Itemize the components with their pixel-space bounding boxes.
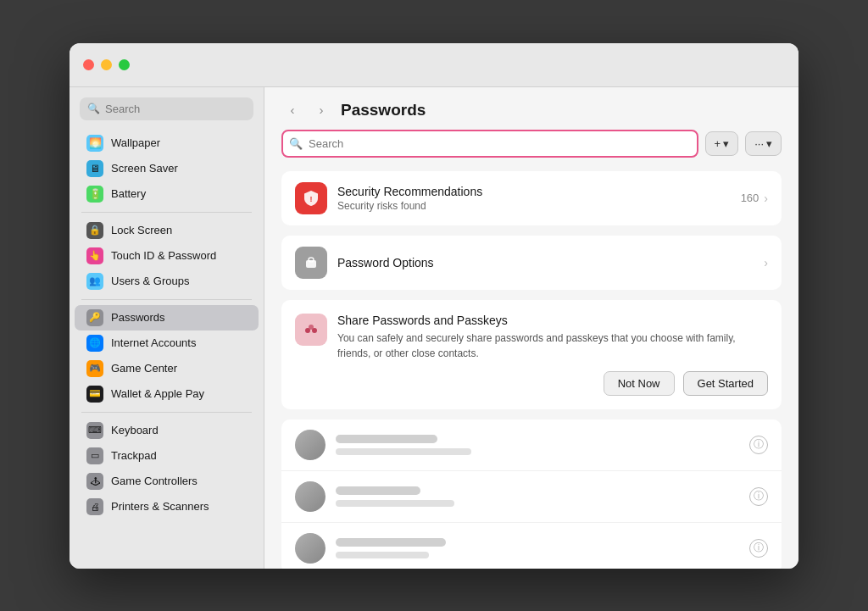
more-button[interactable]: ··· ▾ (745, 131, 782, 156)
minimize-button[interactable] (101, 59, 112, 70)
main-content: ‹ › Passwords 🔍 + ▾ ··· (264, 87, 798, 569)
main-header: ‹ › Passwords (264, 87, 798, 130)
traffic-lights (83, 59, 130, 70)
sidebar-item-internet-accounts[interactable]: 🌐 Internet Accounts (75, 330, 259, 356)
password-text-3 (336, 538, 749, 558)
lock-screen-icon: 🔒 (86, 222, 103, 239)
sidebar-item-passwords-label: Passwords (111, 311, 165, 324)
users-groups-icon: 👥 (86, 273, 103, 290)
content-area: 🔍 🌅 Wallpaper 🖥 Screen Saver 🔋 Battery (70, 87, 798, 569)
sidebar-item-wallet-label: Wallet & Apple Pay (111, 387, 204, 400)
divider-2 (81, 299, 252, 300)
sidebar-item-trackpad[interactable]: ▭ Trackpad (75, 443, 259, 469)
main-body: 🔍 + ▾ ··· ▾ (264, 130, 798, 569)
internet-accounts-icon: 🌐 (86, 335, 103, 352)
sidebar-item-lock-screen-label: Lock Screen (111, 224, 172, 236)
sidebar-item-printers-label: Printers & Scanners (111, 500, 209, 513)
avatar-1 (295, 430, 326, 460)
sidebar-group-3: 🔑 Passwords 🌐 Internet Accounts 🎮 Game C… (70, 305, 264, 407)
sidebar-item-game-center[interactable]: 🎮 Game Center (75, 356, 259, 381)
avatar-2 (295, 481, 326, 512)
svg-text:!: ! (310, 195, 313, 203)
wallet-icon: 💳 (86, 386, 103, 403)
add-icon: + (715, 137, 721, 150)
get-started-button[interactable]: Get Started (683, 371, 768, 396)
sidebar-item-keyboard[interactable]: ⌨ Keyboard (75, 418, 259, 443)
page-title: Passwords (341, 101, 426, 119)
battery-icon: 🔋 (86, 186, 103, 203)
search-container: 🔍 (281, 130, 698, 158)
shield-icon: ! (302, 189, 320, 208)
main-search-input[interactable] (281, 130, 698, 158)
add-button[interactable]: + ▾ (705, 131, 739, 156)
share-passwords-card: Share Passwords and Passkeys You can saf… (281, 300, 782, 409)
security-chevron-icon: › (764, 192, 768, 205)
security-recommendations-row[interactable]: ! Security Recommendations Security risk… (281, 171, 782, 225)
keyboard-icon: ⌨ (86, 422, 103, 439)
game-center-icon: 🎮 (86, 360, 103, 377)
back-button[interactable]: ‹ (281, 99, 303, 121)
password-options-text: Password Options (337, 256, 764, 269)
password-options-icon (295, 247, 327, 279)
sidebar-search-input[interactable] (80, 97, 253, 120)
passwords-icon: 🔑 (86, 309, 103, 326)
password-row-1[interactable]: ⓘ (281, 419, 782, 471)
forward-button[interactable]: › (310, 99, 332, 121)
security-right: 160 › (741, 192, 768, 205)
password-name-1 (336, 435, 437, 443)
sidebar-item-touch-id[interactable]: 👆 Touch ID & Password (75, 243, 259, 269)
sidebar-item-passwords[interactable]: 🔑 Passwords (75, 305, 259, 330)
share-buttons: Not Now Get Started (295, 371, 768, 396)
share-icon-svg (302, 320, 320, 339)
sidebar-item-internet-accounts-label: Internet Accounts (111, 336, 196, 349)
password-name-3 (336, 538, 446, 547)
not-now-button[interactable]: Not Now (604, 371, 675, 396)
password-options-row[interactable]: Password Options › (281, 236, 782, 290)
sidebar-item-lock-screen[interactable]: 🔒 Lock Screen (75, 218, 259, 243)
info-button-1[interactable]: ⓘ (749, 436, 768, 454)
main-search-icon: 🔍 (289, 137, 303, 150)
password-text-2 (336, 486, 749, 507)
add-chevron-icon: ▾ (723, 137, 729, 150)
share-text-block: Share Passwords and Passkeys You can saf… (337, 314, 768, 361)
avatar-img-1 (295, 430, 326, 460)
game-controllers-icon: 🕹 (86, 473, 103, 490)
sidebar-item-game-center-label: Game Center (111, 362, 177, 375)
sidebar-item-touch-id-label: Touch ID & Password (111, 249, 216, 262)
security-recommendations-card: ! Security Recommendations Security risk… (281, 171, 782, 225)
trackpad-icon: ▭ (86, 447, 103, 464)
maximize-button[interactable] (119, 59, 130, 70)
sidebar-item-trackpad-label: Trackpad (111, 449, 157, 462)
sidebar-item-wallet[interactable]: 💳 Wallet & Apple Pay (75, 381, 259, 407)
sidebar-item-battery-label: Battery (111, 187, 146, 200)
sidebar-item-battery[interactable]: 🔋 Battery (75, 181, 259, 207)
avatar-3 (295, 533, 326, 564)
security-title: Security Recommendations (337, 185, 741, 198)
password-row-2[interactable]: ⓘ (281, 471, 782, 523)
titlebar (70, 43, 798, 87)
sidebar-item-printers[interactable]: 🖨 Printers & Scanners (75, 494, 259, 519)
sidebar-item-game-controllers[interactable]: 🕹 Game Controllers (75, 469, 259, 494)
password-options-chevron-icon: › (764, 256, 768, 269)
password-row-3[interactable]: ⓘ (281, 523, 782, 569)
svg-point-5 (309, 325, 314, 330)
password-list-card: ⓘ ⓘ (281, 419, 782, 569)
sidebar-item-wallpaper[interactable]: 🌅 Wallpaper (75, 131, 259, 156)
close-button[interactable] (83, 59, 94, 70)
password-options-svg-icon (302, 253, 320, 272)
search-toolbar-row: 🔍 + ▾ ··· ▾ (281, 130, 782, 158)
sidebar-group-4: ⌨ Keyboard ▭ Trackpad 🕹 Game Controllers… (70, 418, 264, 519)
sidebar: 🔍 🌅 Wallpaper 🖥 Screen Saver 🔋 Battery (70, 87, 264, 569)
password-url-3 (336, 552, 429, 558)
sidebar-item-screen-saver[interactable]: 🖥 Screen Saver (75, 156, 259, 181)
sidebar-item-users-groups[interactable]: 👥 Users & Groups (75, 269, 259, 294)
share-passwords-icon (295, 314, 327, 346)
info-button-3[interactable]: ⓘ (749, 539, 768, 558)
password-options-right: › (764, 256, 768, 269)
sidebar-group-1: 🌅 Wallpaper 🖥 Screen Saver 🔋 Battery (70, 131, 264, 207)
security-icon: ! (295, 182, 327, 214)
touch-id-icon: 👆 (86, 247, 103, 264)
security-subtitle: Security risks found (337, 200, 741, 212)
info-button-2[interactable]: ⓘ (749, 487, 768, 506)
sidebar-group-2: 🔒 Lock Screen 👆 Touch ID & Password 👥 Us… (70, 218, 264, 294)
